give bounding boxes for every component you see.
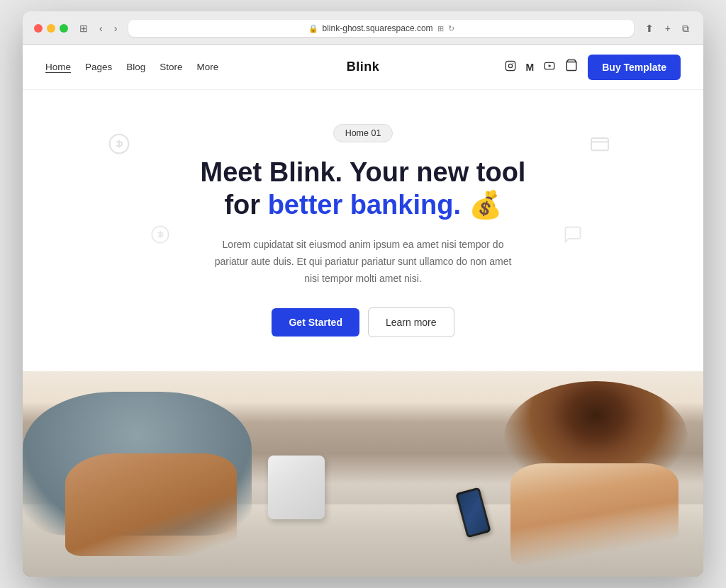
- close-button[interactable]: [34, 24, 43, 33]
- nav-link-pages[interactable]: Pages: [85, 62, 112, 72]
- forward-button[interactable]: ›: [111, 21, 121, 35]
- nav-link-home[interactable]: Home: [45, 62, 71, 72]
- image-alt-text: Banking scene with two people at a count…: [281, 469, 445, 479]
- hero-emoji: 💰: [469, 190, 502, 220]
- buy-template-button[interactable]: Buy Template: [588, 55, 681, 80]
- hero-subtitle: Lorem cupidatat sit eiusmod anim ipsum e…: [214, 237, 512, 287]
- traffic-lights: [34, 24, 68, 33]
- nav-link-blog[interactable]: Blog: [126, 62, 145, 72]
- hero-image: Banking scene with two people at a count…: [23, 371, 703, 577]
- deco-dollar-top-right: [588, 132, 611, 160]
- svg-marker-4: [549, 64, 552, 67]
- back-button[interactable]: ‹: [96, 21, 106, 35]
- medium-icon[interactable]: M: [526, 62, 535, 73]
- payment-machine: [268, 456, 325, 519]
- hero-cta-buttons: Get Started Learn more: [272, 307, 454, 337]
- photo-scene: Banking scene with two people at a count…: [23, 371, 703, 577]
- deco-dollar-mid-right: [563, 225, 583, 249]
- learn-more-button[interactable]: Learn more: [368, 307, 454, 337]
- brand-logo: Blink: [347, 60, 380, 74]
- nav-link-store[interactable]: Store: [160, 62, 182, 72]
- youtube-icon[interactable]: [544, 60, 555, 74]
- left-person: [23, 371, 308, 577]
- nav-link-more[interactable]: More: [197, 62, 219, 72]
- svg-rect-0: [506, 62, 515, 71]
- deco-dollar-top-left: [108, 132, 130, 160]
- hero-title-line2-start: for: [224, 190, 267, 220]
- browser-chrome: ⊞ ‹ › 🔒 blink-ghost.squarespace.com ⊞ ↻ …: [23, 11, 703, 45]
- nav-links: Home Pages Blog Store More: [45, 62, 218, 72]
- url-text: blink-ghost.squarespace.com: [323, 23, 433, 33]
- browser-actions: ⬆ + ⧉: [642, 21, 692, 36]
- browser-window: ⊞ ‹ › 🔒 blink-ghost.squarespace.com ⊞ ↻ …: [23, 11, 703, 577]
- nav-right-actions: M Buy Template: [505, 55, 681, 80]
- svg-rect-10: [591, 138, 608, 150]
- new-tab-button[interactable]: +: [662, 21, 674, 35]
- sidebar-toggle-button[interactable]: ⊞: [77, 21, 91, 35]
- maximize-button[interactable]: [60, 24, 68, 33]
- address-bar[interactable]: 🔒 blink-ghost.squarespace.com ⊞ ↻: [128, 20, 633, 37]
- website-content: Home Pages Blog Store More Blink M: [23, 45, 703, 577]
- browser-controls: ⊞ ‹ ›: [77, 21, 120, 35]
- hero-badge: Home 01: [333, 124, 393, 142]
- reader-icon: ⊞: [437, 24, 444, 33]
- deco-dollar-mid-left: [150, 225, 170, 249]
- navigation: Home Pages Blog Store More Blink M: [23, 45, 703, 90]
- hero-title-line1: Meet Blink. Your new tool: [201, 157, 526, 187]
- tab-overview-button[interactable]: ⧉: [679, 21, 692, 36]
- hero-title-highlight: better banking.: [268, 190, 461, 220]
- cart-icon[interactable]: [565, 59, 578, 75]
- hero-title: Meet Blink. Your new tool for better ban…: [201, 157, 526, 221]
- svg-point-1: [508, 64, 512, 68]
- svg-point-2: [513, 63, 513, 64]
- share-button[interactable]: ⬆: [642, 21, 657, 35]
- get-started-button[interactable]: Get Started: [272, 308, 359, 337]
- refresh-icon: ↻: [448, 24, 454, 33]
- photo-overlay: Banking scene with two people at a count…: [23, 371, 703, 577]
- lock-icon: 🔒: [308, 24, 318, 33]
- instagram-icon[interactable]: [505, 60, 516, 74]
- hero-section: Home 01 Meet Blink. Your new tool for be…: [23, 90, 703, 371]
- minimize-button[interactable]: [47, 24, 55, 33]
